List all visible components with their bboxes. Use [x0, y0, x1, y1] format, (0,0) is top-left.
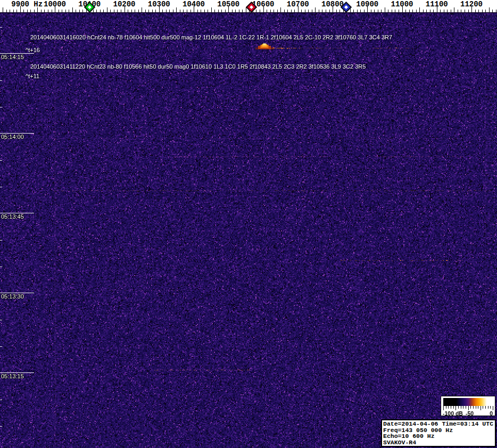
- freq-tick-label: 11200: [460, 0, 483, 9]
- freq-tick: [385, 7, 385, 12]
- marker-green-center: [88, 5, 92, 9]
- freq-tick-label: 10500: [217, 0, 239, 9]
- freq-tick: [3, 7, 3, 12]
- freq-tick: [211, 7, 212, 12]
- frequency-axis: 9900 Hz100001010010200103001040010500106…: [0, 0, 497, 12]
- freq-tick: [72, 7, 73, 12]
- freq-tick: [280, 7, 281, 12]
- freq-tick: [246, 7, 246, 12]
- freq-tick-label: 10900: [356, 0, 378, 9]
- freq-tick-label: 11100: [426, 0, 448, 9]
- spectrogram-area: [0, 12, 497, 448]
- marker-blue-center: [344, 5, 348, 9]
- freq-tick-label: 10400: [183, 0, 205, 9]
- freq-tick-label: 9900 Hz: [11, 0, 43, 9]
- freq-tick-label: 10300: [148, 0, 170, 9]
- freq-tick: [419, 7, 420, 12]
- freq-tick: [142, 7, 142, 12]
- freq-tick: [176, 7, 177, 12]
- marker-red-center: [250, 5, 253, 9]
- freq-tick: [315, 7, 316, 12]
- freq-tick-label: 10200: [113, 0, 135, 9]
- spectrogram-canvas: [0, 13, 497, 448]
- freq-tick: [489, 7, 490, 12]
- freq-tick-label: 10700: [287, 0, 309, 9]
- freq-tick-label: 11000: [391, 0, 413, 9]
- freq-tick: [454, 7, 454, 12]
- freq-tick-label: 10000: [44, 0, 66, 9]
- spectrogram-screen: 9900 Hz100001010010200103001040010500106…: [0, 0, 497, 448]
- freq-tick: [107, 7, 107, 12]
